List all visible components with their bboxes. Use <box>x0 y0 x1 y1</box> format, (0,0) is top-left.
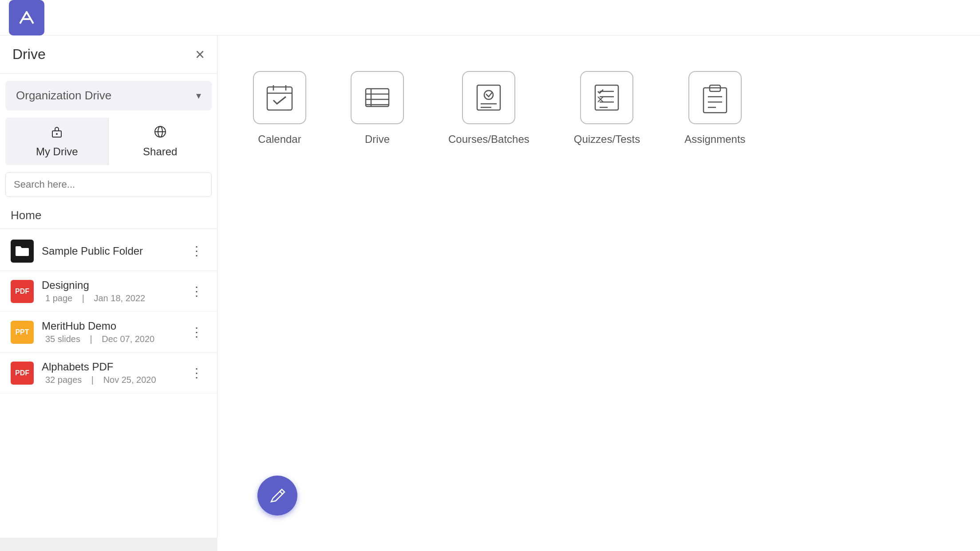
drive-icon-box <box>351 71 404 124</box>
quizzes-tests-label: Quizzes/Tests <box>574 133 640 146</box>
file-pages: 1 page <box>45 293 72 303</box>
file-info: Alphabets PDF 32 pages | Nov 25, 2020 <box>42 361 187 385</box>
file-info: Sample Public Folder <box>42 245 187 257</box>
file-name: MeritHub Demo <box>42 320 187 332</box>
folder-icon <box>11 240 34 263</box>
tab-shared[interactable]: Shared <box>109 118 212 165</box>
pdf-icon: PDF <box>11 280 34 303</box>
shared-icon <box>153 125 167 142</box>
file-separator: | <box>90 334 92 344</box>
list-item[interactable]: PDF Designing 1 page | Jan 18, 2022 ⋮ <box>0 271 217 312</box>
sidebar: Drive × Organization Drive ▾ My Drive <box>0 35 217 551</box>
tab-shared-label: Shared <box>143 146 177 158</box>
more-options-button[interactable]: ⋮ <box>187 365 206 381</box>
assignments-item[interactable]: Assignments <box>684 71 745 146</box>
quizzes-tests-item[interactable]: Quizzes/Tests <box>574 71 640 146</box>
file-meta: 1 page | Jan 18, 2022 <box>42 293 187 303</box>
divider <box>0 228 217 229</box>
pdf-label: PDF <box>15 369 29 377</box>
file-pages: 32 pages <box>45 375 82 385</box>
svg-point-1 <box>56 133 58 135</box>
sidebar-header: Drive × <box>0 35 217 74</box>
drive-selector[interactable]: Organization Drive ▾ <box>5 81 212 110</box>
svg-line-32 <box>280 491 283 494</box>
file-name: Designing <box>42 279 187 291</box>
drive-item[interactable]: Drive <box>351 71 404 146</box>
file-date: Dec 07, 2020 <box>102 334 154 344</box>
main-content: Calendar Drive <box>217 35 980 551</box>
my-drive-icon <box>50 125 64 142</box>
close-button[interactable]: × <box>195 47 205 63</box>
pdf-icon: PDF <box>11 362 34 385</box>
calendar-icon-box <box>253 71 306 124</box>
list-item[interactable]: Sample Public Folder ⋮ <box>0 232 217 271</box>
ppt-label: PPT <box>15 328 29 336</box>
assignments-icon-box <box>688 71 742 124</box>
file-meta: 32 pages | Nov 25, 2020 <box>42 375 187 385</box>
courses-batches-item[interactable]: Courses/Batches <box>448 71 530 146</box>
calendar-label: Calendar <box>258 133 301 146</box>
sidebar-bottom-bar <box>0 538 217 551</box>
tab-my-drive-label: My Drive <box>36 146 78 158</box>
fab-edit-button[interactable] <box>257 476 297 516</box>
list-item[interactable]: PPT MeritHub Demo 35 slides | Dec 07, 20… <box>0 312 217 353</box>
more-options-button[interactable]: ⋮ <box>187 283 206 299</box>
pdf-label: PDF <box>15 287 29 295</box>
file-list: Sample Public Folder ⋮ PDF Designing 1 p… <box>0 232 217 551</box>
file-meta: 35 slides | Dec 07, 2020 <box>42 334 187 344</box>
drive-label: Drive <box>365 133 390 146</box>
file-date: Jan 18, 2022 <box>94 293 146 303</box>
icons-grid: Calendar Drive <box>217 35 980 181</box>
chevron-down-icon: ▾ <box>196 90 201 102</box>
svg-rect-5 <box>267 87 292 110</box>
file-name: Sample Public Folder <box>42 245 187 257</box>
file-pages: 35 slides <box>45 334 80 344</box>
assignments-label: Assignments <box>684 133 745 146</box>
courses-icon-box <box>462 71 515 124</box>
courses-batches-label: Courses/Batches <box>448 133 530 146</box>
file-info: Designing 1 page | Jan 18, 2022 <box>42 279 187 303</box>
svg-point-17 <box>484 91 493 99</box>
file-info: MeritHub Demo 35 slides | Dec 07, 2020 <box>42 320 187 344</box>
tab-my-drive[interactable]: My Drive <box>5 118 109 165</box>
svg-rect-16 <box>477 85 500 110</box>
file-separator: | <box>82 293 84 303</box>
tabs-container: My Drive Shared <box>5 118 212 165</box>
calendar-item[interactable]: Calendar <box>253 71 306 146</box>
top-bar <box>0 0 980 35</box>
file-name: Alphabets PDF <box>42 361 187 373</box>
search-input[interactable] <box>5 172 212 197</box>
home-label: Home <box>0 204 217 226</box>
quizzes-icon-box <box>580 71 633 124</box>
list-item[interactable]: PDF Alphabets PDF 32 pages | Nov 25, 202… <box>0 353 217 394</box>
more-options-button[interactable]: ⋮ <box>187 324 206 340</box>
ppt-icon: PPT <box>11 321 34 344</box>
app-logo[interactable] <box>9 0 44 35</box>
drive-selector-label: Organization Drive <box>16 89 111 102</box>
sidebar-title: Drive <box>12 46 46 63</box>
more-options-button[interactable]: ⋮ <box>187 243 206 259</box>
file-date: Nov 25, 2020 <box>103 375 156 385</box>
search-wrapper <box>0 172 217 204</box>
file-separator: | <box>91 375 94 385</box>
svg-rect-9 <box>366 89 389 106</box>
